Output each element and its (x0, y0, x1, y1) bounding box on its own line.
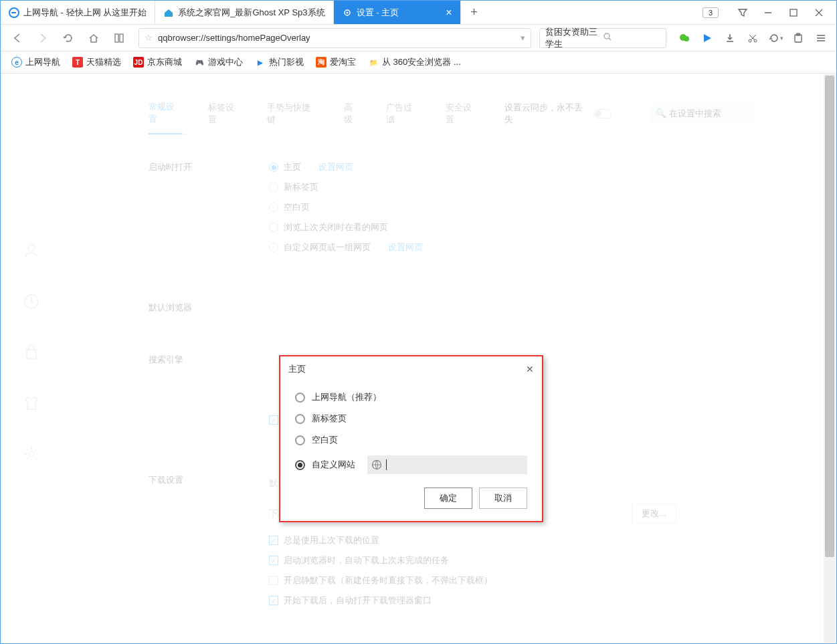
library-button[interactable] (108, 27, 130, 49)
download-badge[interactable]: 3 (703, 7, 719, 18)
filter-icon[interactable] (731, 3, 755, 22)
scissors-icon[interactable] (743, 28, 763, 48)
checkbox[interactable]: ✓ (269, 596, 278, 605)
ok-button[interactable]: 确定 (424, 488, 472, 509)
address-bar[interactable]: ☆ qqbrowser://settings/homePageOverlay ▾ (138, 28, 531, 48)
radio[interactable] (295, 414, 305, 424)
new-tab-button[interactable]: + (461, 1, 488, 24)
address-url: qqbrowser://settings/homePageOverlay (158, 33, 521, 43)
scrollbar[interactable] (824, 74, 836, 643)
checkbox[interactable]: ✓ (269, 536, 278, 545)
radio-selected[interactable] (295, 460, 305, 470)
gear-icon[interactable] (22, 445, 41, 463)
menu-icon[interactable] (811, 28, 831, 48)
settings-gear-icon (342, 7, 353, 18)
window-controls: 3 (703, 3, 836, 22)
globe-icon (371, 459, 382, 470)
section-title: 搜索引擎 (149, 354, 269, 434)
svg-point-13 (28, 245, 35, 251)
taobao-icon: 淘 (316, 57, 327, 68)
sync-switch[interactable] (593, 109, 612, 118)
checkbox[interactable]: ✓ (269, 556, 278, 565)
radio[interactable] (269, 223, 278, 232)
svg-point-6 (604, 33, 610, 39)
bookmark-star-icon[interactable]: ☆ (145, 33, 153, 43)
radio[interactable] (269, 203, 278, 212)
bookmark-item[interactable]: 🎮游戏中心 (194, 56, 243, 68)
reload-button[interactable] (57, 27, 80, 49)
radio[interactable] (269, 243, 278, 252)
bookmark-item[interactable]: ▶热门影视 (255, 56, 304, 68)
e-icon: e (11, 57, 22, 68)
maximize-button[interactable] (781, 3, 806, 22)
bookmark-item[interactable]: 📁从 360安全浏览器 ... (368, 56, 461, 68)
settings-sidebar (1, 74, 62, 643)
svg-rect-5 (120, 34, 123, 42)
minimize-button[interactable] (756, 3, 780, 22)
settings-nav-tabs: 常规设置 标签设置 手势与快捷键 高级 广告过滤 安全设置 设置云同步，永不丢失… (149, 101, 836, 134)
download-icon[interactable] (720, 28, 740, 48)
search-icon[interactable] (603, 32, 660, 43)
search-box[interactable]: 贫困女资助三学生 (539, 28, 666, 48)
tab-label: 设置 - 主页 (357, 7, 399, 19)
tab-favicon-house-icon (163, 7, 174, 18)
play-icon[interactable] (697, 28, 717, 48)
radio[interactable] (269, 183, 278, 192)
dialog-close-icon[interactable]: ✕ (526, 364, 534, 374)
settings-search[interactable]: 🔍在设置中搜索 (650, 104, 755, 123)
jd-icon: JD (133, 57, 144, 68)
nav-tab-general[interactable]: 常规设置 (149, 101, 183, 134)
bookmark-item[interactable]: 淘爱淘宝 (316, 56, 356, 68)
radio[interactable] (269, 163, 278, 172)
set-page-link[interactable]: 设置网页 (318, 161, 353, 173)
tab-2-active[interactable]: 设置 - 主页 × (334, 1, 461, 24)
nav-tab-adblock[interactable]: 广告过滤 (386, 102, 420, 126)
back-button[interactable] (6, 27, 29, 49)
tab-bar: 上网导航 - 轻快上网 从这里开始 系统之家官网_最新Ghost XP Sp3系… (1, 1, 836, 24)
bookmark-item[interactable]: JD京东商城 (133, 56, 182, 68)
nav-tab-security[interactable]: 安全设置 (446, 102, 480, 126)
close-window-button[interactable] (807, 3, 831, 22)
tab-label: 系统之家官网_最新Ghost XP Sp3系统 (178, 7, 324, 19)
address-dropdown-icon[interactable]: ▾ (521, 33, 525, 43)
nav-tab-advanced[interactable]: 高级 (344, 102, 361, 126)
bookmark-item[interactable]: T天猫精选 (72, 56, 121, 68)
forward-button[interactable] (31, 27, 54, 49)
tab-favicon-e-icon (9, 7, 19, 18)
bag-icon[interactable] (22, 343, 41, 362)
browser-window: 上网导航 - 轻快上网 从这里开始 系统之家官网_最新Ghost XP Sp3系… (0, 0, 837, 644)
checkbox[interactable] (269, 576, 278, 585)
shirt-icon[interactable] (22, 394, 41, 413)
clock-icon[interactable] (22, 292, 41, 311)
svg-rect-3 (790, 9, 797, 16)
tab-label: 上网导航 - 轻快上网 从这里开始 (23, 7, 147, 19)
home-button[interactable] (82, 27, 105, 49)
text-cursor (386, 459, 387, 470)
radio[interactable] (295, 435, 305, 445)
cloud-sync[interactable]: 设置云同步，永不丢失 (504, 102, 612, 126)
clipboard-icon[interactable] (788, 28, 808, 48)
settings-page: 常规设置 标签设置 手势与快捷键 高级 广告过滤 安全设置 设置云同步，永不丢失… (1, 74, 836, 615)
svg-point-15 (29, 451, 34, 457)
tab-0[interactable]: 上网导航 - 轻快上网 从这里开始 (1, 1, 155, 24)
scroll-thumb[interactable] (825, 76, 834, 557)
nav-tab-tabs[interactable]: 标签设置 (208, 102, 242, 126)
change-path-button[interactable]: 更改... (632, 504, 676, 524)
radio[interactable] (295, 393, 305, 403)
user-icon[interactable] (22, 241, 41, 260)
undo-icon[interactable]: ▾ (765, 28, 785, 48)
tab-1[interactable]: 系统之家官网_最新Ghost XP Sp3系统 (155, 1, 333, 24)
custom-url-input[interactable] (367, 455, 527, 474)
svg-point-8 (684, 36, 689, 41)
tab-close-icon[interactable]: × (446, 7, 452, 19)
cancel-button[interactable]: 取消 (479, 488, 527, 509)
checkbox[interactable]: ✓ (269, 415, 278, 425)
section-startup: 启动时打开 主页设置网页 新标签页 空白页 浏览上次关闭时在看的网页 自定义网页… (149, 161, 836, 261)
svg-point-2 (346, 11, 348, 13)
bookmark-item[interactable]: e上网导航 (11, 56, 60, 68)
svg-rect-11 (795, 35, 802, 42)
set-page-link[interactable]: 设置网页 (388, 241, 423, 253)
nav-tab-gestures[interactable]: 手势与快捷键 (267, 102, 318, 126)
content-area: 常规设置 标签设置 手势与快捷键 高级 广告过滤 安全设置 设置云同步，永不丢失… (1, 74, 836, 643)
wechat-icon[interactable] (674, 28, 694, 48)
